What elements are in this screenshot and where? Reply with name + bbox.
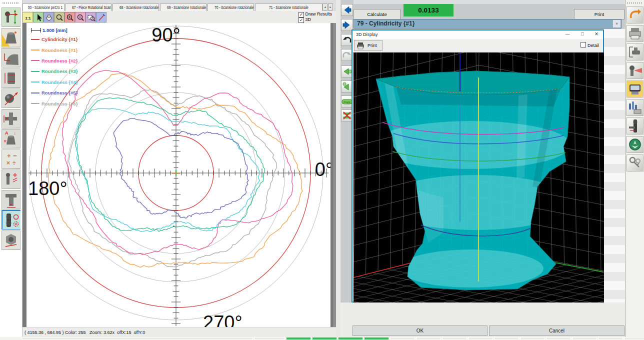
sphere-gear-icon xyxy=(627,136,643,152)
maximize-button[interactable]: □ xyxy=(577,30,588,38)
taskbar-cell xyxy=(416,337,441,340)
cancel-button[interactable]: Cancel xyxy=(489,326,624,336)
cylinder-dimension-button[interactable] xyxy=(2,68,20,88)
scan-tab-bar: 00 - Scansione pezzo 167 - Piece Rotatio… xyxy=(22,0,336,11)
save-view-button[interactable] xyxy=(626,80,644,98)
tab-0[interactable]: 00 - Scansione pezzo 1 xyxy=(22,4,64,11)
toolbar-drag-handle[interactable] xyxy=(2,2,18,5)
legend-item: Roundness {#5} xyxy=(31,88,78,98)
math-operations-icon: +−×÷ xyxy=(2,150,20,168)
perpendicularity-icon xyxy=(2,170,20,188)
tab-4[interactable]: 70 - Scansione rotazionale {#4} xyxy=(208,4,254,11)
import-green-alt-icon xyxy=(342,81,352,92)
close-button[interactable]: × xyxy=(591,30,602,38)
taskbar-cell-green xyxy=(312,337,337,340)
legend-item: Cylindricity {#1} xyxy=(31,34,78,44)
svg-text:270°: 270° xyxy=(203,312,242,327)
calculate-button[interactable]: Calculate xyxy=(354,9,400,20)
tab-5[interactable]: 71 - Scansione rotazionale xyxy=(255,4,322,11)
3d-display-window: 3D Display — □ × Print Detail xyxy=(352,30,604,302)
detail-label: Detail xyxy=(588,43,599,48)
taskbar-cell xyxy=(572,337,597,340)
cone-part-button[interactable] xyxy=(2,28,20,48)
pan-hand-button[interactable] xyxy=(44,12,54,22)
3d-display-toolbar: Print Detail xyxy=(352,39,603,52)
column-tool-button[interactable] xyxy=(626,118,644,134)
feature-selector[interactable]: 79 - Cylindricity {#1} ˅ xyxy=(354,19,622,28)
taskbar-cell xyxy=(22,337,253,340)
zoom-out-button[interactable] xyxy=(75,12,86,22)
result-value: 0.0133 xyxy=(404,4,454,16)
plot-toolbar: 1:1✓ Draw Results✓ 3D xyxy=(22,11,336,23)
3d-print-label: Print xyxy=(368,43,377,48)
redo-icon xyxy=(342,50,352,60)
background-list-rows xyxy=(604,29,625,308)
svg-text:180°: 180° xyxy=(28,178,68,199)
redo-orange-icon xyxy=(627,7,643,23)
3d-display-titlebar[interactable]: 3D Display — □ × xyxy=(352,30,603,39)
cone-part-icon xyxy=(2,28,20,46)
t-part-button[interactable] xyxy=(2,190,20,210)
redo-orange-button[interactable] xyxy=(626,6,644,24)
magnifier-button[interactable] xyxy=(54,12,64,22)
svg-text:A: A xyxy=(5,130,8,136)
zoom-in-button[interactable] xyxy=(64,12,75,22)
probe-scan-button[interactable] xyxy=(626,62,644,79)
rotational-probe-button[interactable] xyxy=(2,8,20,27)
zoom-1-1-button[interactable]: 1:1 xyxy=(22,12,33,22)
taskbar-cell xyxy=(442,337,467,340)
print-report-button[interactable] xyxy=(626,25,644,42)
minimize-button[interactable]: — xyxy=(562,30,573,38)
hex-nut-button[interactable] xyxy=(2,230,20,250)
taskbar-strip xyxy=(0,337,644,340)
angle-dimension-button[interactable]: A↕R xyxy=(2,129,20,148)
3d-viewport[interactable] xyxy=(354,52,604,302)
chart-print-button[interactable] xyxy=(626,99,644,116)
polar-plot-canvas[interactable]: 90°0°180°270°1.000 [mm]Cylindricity {#1}… xyxy=(26,23,330,327)
angle-dimension-icon: A↕R xyxy=(2,130,20,148)
3d-print-button[interactable]: Print xyxy=(354,40,382,51)
chevron-down-icon[interactable]: ˅ xyxy=(612,20,620,28)
taskbar-cell xyxy=(494,337,519,340)
tab-1[interactable]: 67 - Piece Rotational Scan {#1} xyxy=(65,4,112,11)
page-prev-button[interactable] xyxy=(341,4,353,16)
toolbar-drag-handle-right[interactable] xyxy=(627,2,642,5)
keys-icon xyxy=(627,155,643,171)
dialog-bottom-area: OK Cancel xyxy=(340,302,625,337)
cross-part-icon xyxy=(2,110,20,128)
plot-legend: 1.000 [mm]Cylindricity {#1}Roundness {#1… xyxy=(31,26,78,109)
copy-icon: Copy xyxy=(342,96,352,107)
print-report-icon xyxy=(627,26,643,42)
legend-item: Roundness {#4} xyxy=(31,77,78,88)
cross-part-button[interactable] xyxy=(2,109,20,128)
pointer-button[interactable] xyxy=(33,12,44,22)
tab-3[interactable]: 69 - Scansione rotazionale {#3} xyxy=(160,4,206,11)
feature-selector-label: 79 - Cylindricity {#1} xyxy=(357,20,414,27)
checkbox-3d[interactable]: ✓ 3D xyxy=(298,17,311,23)
page-next-icon xyxy=(342,20,352,30)
tab-scroll-right[interactable]: ► xyxy=(328,4,333,10)
svg-text:90°: 90° xyxy=(152,24,180,46)
taskbar-cell-green xyxy=(338,337,363,340)
measure-line-button[interactable] xyxy=(96,12,106,22)
right-icon-sidebar xyxy=(625,0,644,340)
sphere-gear-button[interactable] xyxy=(626,136,644,153)
column-runout-button[interactable] xyxy=(2,210,20,230)
printer-icon xyxy=(356,42,366,50)
math-operations-button[interactable]: +−×÷ xyxy=(2,150,20,169)
print-button[interactable]: Print xyxy=(574,9,624,20)
svg-text:×: × xyxy=(6,160,10,166)
sphere-measure-button[interactable] xyxy=(2,88,20,108)
keys-button[interactable] xyxy=(626,154,644,172)
ok-button[interactable]: OK xyxy=(352,326,488,336)
tab-2[interactable]: 68 - Scansione rotazionale {#2} xyxy=(112,4,159,11)
zoom-window-button[interactable] xyxy=(86,12,96,22)
perpendicularity-button[interactable] xyxy=(2,170,20,189)
detail-checkbox[interactable]: Detail xyxy=(580,42,599,48)
profile-part-button[interactable] xyxy=(2,48,20,68)
taskbar-cell xyxy=(598,337,623,340)
svg-text:÷: ÷ xyxy=(12,160,16,166)
tab-scroll-left[interactable]: ◄ xyxy=(322,4,328,10)
page-prev-icon xyxy=(342,4,352,16)
part-dimension-button[interactable] xyxy=(626,44,644,60)
